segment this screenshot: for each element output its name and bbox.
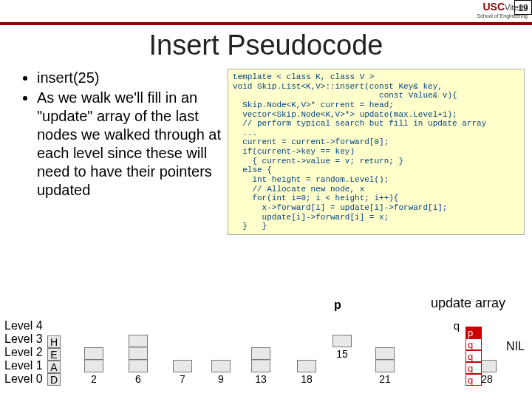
- slide-title: Insert Pseudocode: [0, 30, 532, 61]
- skip-node-15: 15: [332, 335, 352, 361]
- node-cell: [332, 335, 352, 347]
- node-cell: [251, 360, 270, 372]
- update-array-label: update array: [431, 296, 505, 311]
- node-cell: [84, 360, 103, 372]
- head-cell: H: [47, 335, 61, 348]
- node-cell: [211, 360, 231, 372]
- head-cell: E: [47, 348, 61, 361]
- skip-node-18: 18: [297, 360, 316, 386]
- node-cell: [375, 347, 395, 360]
- node-value: 7: [173, 372, 192, 386]
- node-value: 18: [297, 372, 316, 386]
- node-cell: [129, 360, 148, 372]
- node-value: 15: [332, 347, 352, 361]
- bullet-list: insert(25) As we walk we'll fill in an "…: [7, 69, 222, 235]
- level-labels: Level 4 Level 3 Level 2 Level 1 Level 0: [4, 319, 43, 386]
- pointer-p-label: p: [334, 299, 341, 312]
- update-cell: q: [466, 350, 482, 362]
- node-value: 6: [129, 372, 148, 386]
- node-cell: [251, 347, 270, 360]
- head-cell: D: [47, 373, 61, 386]
- level-3-label: Level 3: [4, 332, 43, 346]
- node-cell: [297, 360, 316, 372]
- skip-node-6: 6: [129, 335, 148, 386]
- level-4-label: Level 4: [4, 319, 43, 332]
- node-cell: [84, 347, 103, 360]
- node-cell: [129, 335, 148, 347]
- node-value: 21: [375, 372, 395, 386]
- pointer-q-label: q: [454, 319, 460, 332]
- page-number: 19: [514, 0, 532, 15]
- skip-node-13: 13: [251, 347, 270, 386]
- bullet-1: insert(25): [37, 69, 222, 87]
- node-cell: [129, 347, 148, 360]
- skip-node-21: 21: [375, 347, 395, 386]
- update-cell: q: [466, 374, 482, 386]
- skip-node-9: 9: [211, 360, 231, 386]
- skip-node-7: 7: [173, 360, 192, 386]
- update-cell: q: [466, 362, 482, 374]
- skip-node-2: 2: [84, 347, 103, 386]
- node-value: 2: [84, 372, 103, 386]
- node-value: 9: [211, 372, 231, 386]
- node-cell: [375, 360, 395, 372]
- level-1-label: Level 1: [4, 359, 43, 372]
- level-0-label: Level 0: [4, 372, 43, 386]
- node-value: 13: [251, 372, 270, 386]
- usc-text: USC: [482, 1, 505, 13]
- head-tower: H E A D: [47, 335, 61, 386]
- update-array-tower: p q q q q: [466, 327, 482, 386]
- update-cell: q: [466, 338, 482, 350]
- header-bar: USCViterbi School of Engineering: [0, 0, 532, 25]
- bullet-2: As we walk we'll fill in an "update" arr…: [37, 89, 222, 200]
- head-cell: A: [47, 361, 61, 373]
- update-cell: p: [466, 327, 482, 338]
- code-block: template < class K, class V > void Skip.…: [228, 69, 525, 235]
- node-cell: [173, 360, 192, 372]
- nil-label: NIL: [506, 340, 525, 353]
- skip-list-diagram: Level 4 Level 3 Level 2 Level 1 Level 0 …: [4, 299, 528, 395]
- level-2-label: Level 2: [4, 346, 43, 359]
